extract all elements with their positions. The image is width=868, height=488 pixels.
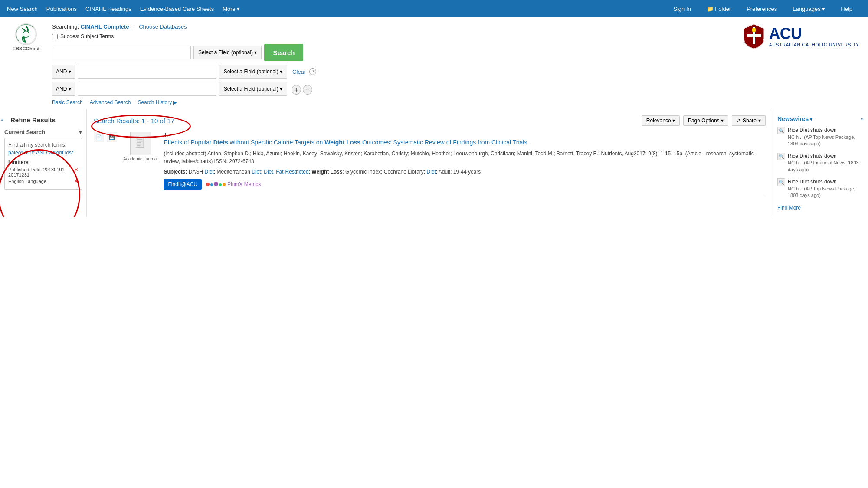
- newswires-expand-icon[interactable]: »: [861, 116, 864, 121]
- page-options-button[interactable]: Page Options: [683, 115, 728, 126]
- svg-rect-10: [137, 144, 142, 144]
- add-row-button[interactable]: +: [292, 85, 301, 95]
- limiter-date-label: Published Date: 20130101-20171231: [8, 167, 72, 177]
- article-thumbnail: [130, 132, 151, 155]
- acu-text-group: ACU AUSTRALIAN CATHOLIC UNIVERSITY: [769, 26, 859, 47]
- relevance-button[interactable]: Relevance: [642, 115, 680, 126]
- refine-results-title: Refine Results: [10, 116, 82, 124]
- search-history-link[interactable]: Search History ▶: [138, 99, 177, 105]
- choose-databases-link[interactable]: Choose Databases: [139, 23, 187, 30]
- nav-languages[interactable]: Languages ▾: [793, 1, 825, 16]
- pdf-icon-btn[interactable]: 📄: [94, 132, 104, 142]
- results-range: 1 - 10 of 17: [141, 117, 174, 124]
- title-end: Outcomes: Systematic Review of Findings …: [360, 139, 529, 146]
- basic-search-link[interactable]: Basic Search: [52, 99, 83, 105]
- news-search-icon-3[interactable]: 🔍: [777, 178, 785, 186]
- nav-more[interactable]: More ▾: [223, 1, 240, 16]
- nav-sign-in[interactable]: Sign In: [673, 1, 691, 16]
- operator-btn-3[interactable]: AND: [52, 82, 75, 96]
- find-more-link[interactable]: Find More: [777, 205, 801, 211]
- plumx-label: PlumX Metrics: [227, 181, 261, 187]
- top-navigation: New Search Publications CINAHL Headings …: [0, 0, 868, 17]
- ebsco-logo-circle: [15, 23, 37, 45]
- newswires-title[interactable]: Newswires: [777, 115, 812, 122]
- current-search-expand-icon[interactable]: ▾: [79, 129, 82, 135]
- svg-rect-8: [137, 141, 142, 141]
- suggest-checkbox[interactable]: [52, 34, 58, 39]
- nav-evidence-based[interactable]: Evidence-Based Care Sheets: [140, 1, 214, 16]
- searching-line: Searching: CINAHL Complete | Choose Data…: [52, 23, 734, 30]
- nav-preferences[interactable]: Preferences: [747, 1, 777, 16]
- results-count: Search Results: 1 - 10 of 17: [94, 117, 174, 124]
- title-mid: without Specific Calorie Targets on: [228, 139, 324, 146]
- share-chevron-icon: ▾: [758, 118, 761, 124]
- news-search-icon-1[interactable]: 🔍: [777, 127, 785, 134]
- search-button[interactable]: Search: [264, 44, 303, 61]
- search-input-3[interactable]: [78, 82, 216, 96]
- title-bold-2: Weight Loss: [324, 139, 360, 146]
- article-meta: (includes abstract) Anton, Stephen D.; H…: [164, 150, 766, 165]
- newswires-header: Newswires »: [777, 115, 864, 122]
- plumx-icon: [206, 181, 226, 187]
- current-search-header: Current Search ▾: [4, 129, 82, 135]
- subjects-label: Subjects:: [164, 169, 187, 175]
- title-before: Effects of Popular: [164, 139, 213, 146]
- save-icon-btn[interactable]: 💾: [107, 132, 117, 142]
- nav-help[interactable]: Help: [841, 1, 852, 16]
- search-form-area: Searching: CINAHL Complete | Choose Data…: [52, 23, 734, 105]
- find-all-label: Find all my search terms:: [8, 142, 78, 148]
- svg-rect-7: [137, 139, 142, 140]
- acu-logo-inner: ACU AUSTRALIAN CATHOLIC UNIVERSITY: [743, 23, 859, 49]
- acu-shield-icon: [743, 23, 765, 49]
- news-title-link-1[interactable]: Rice Diet shuts down: [788, 127, 837, 133]
- nav-publications[interactable]: Publications: [46, 1, 77, 16]
- results-count-wrapper: Search Results: 1 - 10 of 17: [94, 117, 174, 124]
- subject-med-diet-link[interactable]: Diet: [252, 169, 261, 175]
- remove-row-button[interactable]: −: [303, 85, 312, 95]
- clear-help-icon[interactable]: ?: [309, 68, 316, 75]
- nav-cinahl-headings[interactable]: CINAHL Headings: [85, 1, 131, 16]
- nav-new-search[interactable]: New Search: [7, 1, 38, 16]
- limiter-language-remove[interactable]: ✕: [74, 179, 78, 184]
- share-button[interactable]: ↗ Share ▾: [732, 115, 766, 126]
- suggest-label: Suggest Subject Terms: [60, 33, 114, 39]
- acu-logo: ACU AUSTRALIAN CATHOLIC UNIVERSITY: [743, 23, 859, 49]
- search-input-1[interactable]: [52, 46, 191, 59]
- svg-rect-3: [747, 34, 761, 37]
- svg-rect-9: [137, 142, 141, 143]
- search-row-2: AND Select a Field (optional) Clear ?: [52, 65, 734, 79]
- operator-btn-2[interactable]: AND: [52, 65, 75, 79]
- current-search-label: Current Search: [4, 129, 45, 135]
- plumx-link[interactable]: PlumX Metrics: [206, 181, 261, 187]
- article-title-link[interactable]: Effects of Popular Diets without Specifi…: [164, 138, 766, 147]
- share-label: Share: [743, 118, 757, 124]
- limiter-date-remove[interactable]: ✕: [74, 167, 78, 173]
- article-type-label: Academic Journal: [123, 157, 157, 161]
- search-input-2[interactable]: [78, 65, 216, 79]
- subject-weight-loss: Weight Loss: [311, 169, 342, 175]
- news-title-link-3[interactable]: Rice Diet shuts down: [788, 179, 837, 185]
- news-search-icon-2[interactable]: 🔍: [777, 153, 785, 160]
- clear-link[interactable]: Clear: [292, 69, 306, 75]
- subject-diet2-link[interactable]: Diet: [427, 169, 436, 175]
- news-title-link-2[interactable]: Rice Diet shuts down: [788, 153, 837, 159]
- article-type-icon: Academic Journal: [123, 132, 157, 190]
- field-select-3[interactable]: Select a Field (optional): [219, 82, 287, 96]
- nav-folder[interactable]: 📁 Folder: [707, 1, 731, 16]
- search-header: EBSCOhost Searching: CINAHL Complete | C…: [0, 17, 868, 109]
- news-text-3: Rice Diet shuts down NC h... (AP Top New…: [788, 178, 864, 199]
- article-number: 1. Effects of Popular Diets without Spec…: [164, 132, 766, 147]
- subject-diet-link[interactable]: Diet: [205, 169, 214, 175]
- suggest-row: Suggest Subject Terms: [52, 33, 734, 39]
- database-link[interactable]: CINAHL Complete: [81, 23, 129, 30]
- field-select-1[interactable]: Select a Field (optional): [193, 46, 262, 59]
- news-sub-1: NC h... (AP Top News Package, 1803 days …: [788, 134, 864, 147]
- advanced-search-link[interactable]: Advanced Search: [90, 99, 131, 105]
- news-item-3: 🔍 Rice Diet shuts down NC h... (AP Top N…: [777, 178, 864, 199]
- field-select-2[interactable]: Select a Field (optional): [219, 65, 287, 79]
- ebsco-logo: EBSCOhost: [9, 23, 43, 51]
- findit-button[interactable]: FindIt@ACU: [164, 179, 202, 190]
- acu-full-name: AUSTRALIAN CATHOLIC UNIVERSITY: [769, 43, 859, 47]
- subject-diet-fat-link[interactable]: Diet, Fat-Restricted: [264, 169, 308, 175]
- sidebar-collapse-icon[interactable]: «: [1, 117, 4, 123]
